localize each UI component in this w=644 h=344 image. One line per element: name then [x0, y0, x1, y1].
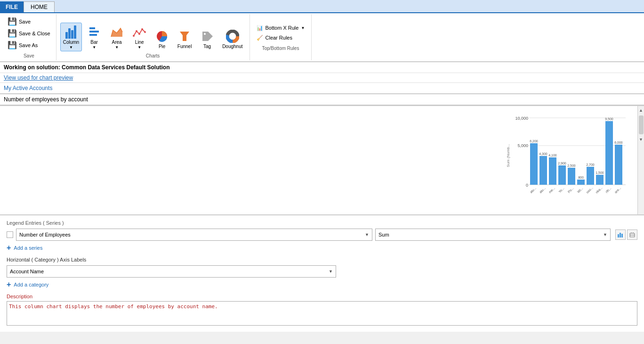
aggregate-dropdown-arrow: ▼ — [603, 232, 607, 237]
svg-text:nka...: nka... — [595, 186, 603, 194]
description-textarea[interactable] — [7, 301, 637, 326]
line-chart-button[interactable]: Line ▼ — [129, 23, 150, 51]
svg-rect-35 — [568, 168, 575, 185]
add-category-icon: + — [7, 280, 11, 289]
home-tab[interactable]: HOME — [24, 1, 55, 12]
scroll-down-arrow[interactable]: ▼ — [638, 136, 644, 143]
view-link[interactable]: View used for chart preview — [0, 73, 644, 83]
svg-marker-10 — [180, 32, 189, 41]
series-field-label: Number of Employees — [19, 232, 71, 238]
svg-point-8 — [144, 31, 146, 33]
series-checkbox[interactable] — [7, 231, 13, 238]
series-dropdown-arrow: ▼ — [365, 232, 369, 237]
aggregate-dropdown[interactable]: Sum ▼ — [375, 229, 611, 241]
add-series-row[interactable]: + Add a series — [7, 244, 637, 252]
svg-text:atu...: atu... — [539, 186, 546, 194]
chart-title-input[interactable] — [4, 96, 640, 103]
charts-group: Column ▼ Bar ▼ — [56, 14, 250, 60]
horizontal-section-label: Horizontal ( Category ) Axis Labels — [7, 257, 637, 262]
series-row: Number of Employees ▼ Sum ▼ — [7, 229, 637, 241]
bar-type-icon-btn[interactable] — [615, 229, 626, 240]
vertical-scrollbar[interactable]: ▲ ▼ — [637, 106, 644, 214]
tag-label: Tag — [203, 44, 211, 49]
funnel-chart-button[interactable]: Funnel — [174, 27, 195, 51]
main-content: 10,000 5,000 0 Sum (Numb... 6,200 atu...… — [0, 106, 644, 214]
add-series-label: Add a series — [14, 245, 42, 251]
save-group-label: Save — [6, 53, 52, 58]
save-close-icon: 💾 — [8, 29, 17, 38]
tag-chart-button[interactable]: Tag — [197, 27, 217, 51]
file-tab-label: FILE — [6, 4, 18, 10]
category-dropdown[interactable]: Account Name ▼ — [7, 265, 336, 278]
svg-rect-26 — [539, 156, 547, 185]
doughnut-chart-button[interactable]: Doughnut — [219, 27, 245, 51]
bar-label: Bar — [90, 40, 98, 45]
add-category-row[interactable]: + Add a category — [7, 280, 637, 289]
add-category-label: Add a category — [14, 282, 48, 287]
bottom-x-rule-button[interactable]: 📊 Bottom X Rule ▼ — [255, 24, 307, 32]
bar-chart-button[interactable]: Bar ▼ — [84, 23, 105, 51]
svg-rect-54 — [620, 233, 621, 238]
category-dropdown-arrow: ▼ — [329, 269, 333, 274]
clear-rules-icon: 🧹 — [257, 35, 263, 41]
tag-icon — [200, 29, 215, 44]
svg-text:800: 800 — [578, 176, 584, 179]
svg-text:2,500: 2,500 — [567, 164, 576, 167]
save-button[interactable]: 💾 Save — [6, 16, 52, 27]
topbottom-group-label: Top/Bottom Rules — [255, 46, 307, 51]
area-chart-button[interactable]: Area ▼ — [106, 23, 127, 51]
bottom-x-rule-label: Bottom X Rule — [266, 25, 299, 31]
doughnut-label: Doughnut — [222, 44, 242, 49]
column-icon — [64, 25, 79, 40]
svg-text:rth...: rth... — [605, 187, 612, 194]
svg-text:6,000: 6,000 — [614, 141, 623, 144]
svg-text:10,000: 10,000 — [515, 116, 528, 121]
svg-text:4,300: 4,300 — [539, 152, 547, 156]
home-tab-label: HOME — [31, 4, 48, 10]
active-accounts[interactable]: My Active Accounts — [0, 83, 644, 94]
charts-group-label: Charts — [60, 51, 246, 58]
pie-icon — [154, 29, 169, 44]
column-chart-button[interactable]: Column ▼ — [60, 23, 82, 51]
svg-text:atu...: atu... — [529, 186, 537, 194]
svg-point-6 — [138, 33, 140, 35]
svg-rect-38 — [577, 180, 585, 185]
svg-rect-2 — [89, 34, 97, 36]
save-as-icon: 💾 — [8, 41, 17, 49]
line-icon — [132, 25, 147, 40]
save-as-button[interactable]: 💾 Save As — [6, 40, 52, 50]
svg-text:Sum (Numb...: Sum (Numb... — [506, 144, 510, 167]
series-field-dropdown[interactable]: Number of Employees ▼ — [16, 229, 372, 241]
aggregate-label: Sum — [378, 232, 389, 238]
column-label: Column — [63, 40, 79, 45]
pie-chart-button[interactable]: Pie — [152, 27, 172, 51]
scroll-thumb[interactable] — [639, 115, 644, 134]
svg-rect-53 — [618, 234, 619, 238]
svg-text:oso...: oso... — [586, 186, 594, 194]
funnel-icon — [177, 29, 192, 44]
svg-rect-47 — [605, 121, 613, 185]
svg-text:1,500: 1,500 — [596, 171, 604, 174]
svg-point-7 — [141, 28, 143, 30]
delete-series-icon-btn[interactable] — [627, 229, 637, 240]
svg-text:Po...: Po... — [567, 187, 574, 194]
svg-text:Wi...: Wi... — [577, 187, 584, 194]
solution-bar: Working on solution: Common Data Service… — [0, 62, 644, 73]
clear-rules-button[interactable]: 🧹 Clear Rules — [255, 34, 307, 42]
series-icon-group — [615, 229, 637, 240]
save-close-label: Save & Close — [19, 31, 50, 36]
area-icon — [109, 25, 124, 40]
svg-text:2,700: 2,700 — [586, 163, 595, 166]
legend-section-label: Legend Entries ( Series ) — [7, 220, 637, 226]
svg-text:are...: are... — [614, 186, 621, 194]
bottom-x-rule-icon: 📊 — [257, 25, 263, 31]
svg-text:9,500: 9,500 — [605, 117, 613, 121]
svg-text:6,200: 6,200 — [530, 139, 538, 143]
svg-rect-32 — [558, 165, 566, 185]
add-series-icon: + — [7, 244, 11, 252]
save-close-button[interactable]: 💾 Save & Close — [6, 28, 52, 39]
file-tab[interactable]: FILE — [0, 1, 24, 12]
svg-text:0: 0 — [526, 183, 528, 188]
svg-rect-23 — [530, 143, 538, 185]
scroll-up-arrow[interactable]: ▲ — [638, 107, 644, 114]
